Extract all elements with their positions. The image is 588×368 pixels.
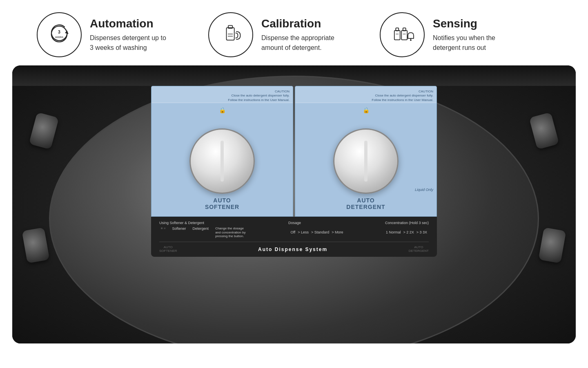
automation-icon: 3 weeks [45,20,74,49]
more-label: > More [332,230,343,234]
svg-marker-1 [65,31,69,34]
dispensers-container: CAUTIONClose the auto detergent dispense… [151,86,437,257]
auto-dispense-title: Auto Dispense System [258,247,327,252]
bottom-auto-labels: AUTO SOFTENER Auto Dispense System AUTO … [159,245,429,253]
dispensers-top: CAUTIONClose the auto detergent dispense… [151,86,437,217]
machine-background: CAUTIONClose the auto detergent dispense… [12,65,576,343]
calibration-title: Calibration [261,17,334,31]
detergent-bottom-label: Detergent [193,227,209,238]
sensing-desc: Notifies you when the detergent runs out [433,33,495,53]
auto-softener-bottom2: SOFTENER [159,249,177,253]
automation-icon-wrap: 3 weeks [37,12,82,57]
detergent-label: AUTO DETERGENT [346,197,385,210]
svg-rect-8 [394,31,400,40]
side-knob-left-top [29,112,59,150]
feature-calibration: Calibration Dispense the appropriate amo… [208,12,380,57]
bottom-dosage-label: Dosage [288,221,301,225]
sensing-icon [388,20,416,49]
sensing-title: Sensing [433,17,495,31]
bottom-info-row: Using Softener & Detergent Dosage Concen… [159,221,429,225]
softener-knob [189,128,255,194]
dosage-desc: Change the dosage and concentration by p… [215,227,248,238]
standard-label: > Standard [311,230,329,234]
softener-label: AUTO SOFTENER [205,197,239,210]
calibration-text: Calibration Dispense the appropriate amo… [261,17,334,53]
auto-detergent-bottom: AUTO [409,245,429,249]
bottom-using-label: Using Softener & Detergent [159,221,204,225]
less-label: > Less [298,230,309,234]
detergent-dispenser: CAUTIONClose the auto detergent dispense… [295,86,437,217]
calibration-icon-wrap [208,12,253,57]
page-wrapper: 3 weeks Automation Dispenses detergent u… [0,0,588,368]
feature-automation: 3 weeks Automation Dispenses detergent u… [37,12,208,57]
side-knob-right-top [529,112,559,150]
svg-text:3: 3 [58,29,60,34]
calibration-desc: Dispense the appropriate amount of deter… [261,33,334,53]
svg-text:weeks: weeks [55,36,63,38]
side-knob-left-bottom [22,227,49,263]
feature-sensing: Sensing Notifies you when the detergent … [380,12,551,57]
automation-title: Automation [90,17,166,31]
calibration-icon [216,20,245,49]
softener-bottom-sub: ≡ = [161,227,166,238]
side-knob-right-bottom [538,227,566,263]
off-label: Off [290,230,295,234]
detergent-lock-icon: 🔒 [363,107,370,113]
detergent-caution: CAUTIONClose the auto detergent dispense… [372,90,433,102]
detergent-knob [333,128,399,194]
dispensers-bottom-panel: Using Softener & Detergent Dosage Concen… [151,217,437,257]
svg-rect-10 [401,31,407,40]
sensing-text: Sensing Notifies you when the detergent … [433,17,495,53]
liquid-only-label: Liquid Only [415,188,433,192]
machine-section: CAUTIONClose the auto detergent dispense… [12,65,576,343]
automation-text: Automation Dispenses detergent up to 3 w… [90,17,166,53]
softener-dispenser: CAUTIONClose the auto detergent dispense… [151,86,293,217]
2x-label: > 2 2X [403,230,414,234]
auto-softener-bottom: AUTO [159,245,177,249]
softener-caution: CAUTIONClose the auto detergent dispense… [228,90,290,102]
bottom-concentration-label: Concentration (Hold 3 sec) [385,221,429,225]
softener-bottom-label: Softener [172,227,186,238]
3x-label: > 3 3X [416,230,427,234]
bottom-labels-row: ≡ = Softener Detergent Change the dosage… [159,227,429,238]
svg-point-13 [410,39,412,41]
automation-desc: Dispenses detergent up to 3 weeks of was… [90,33,166,53]
softener-lock-icon: 🔒 [219,107,226,113]
sensing-icon-wrap [380,12,425,57]
auto-detergent-bottom2: DETERGENT [409,249,429,253]
normal-label: 1 Normal [386,230,401,234]
features-section: 3 weeks Automation Dispenses detergent u… [0,0,588,65]
